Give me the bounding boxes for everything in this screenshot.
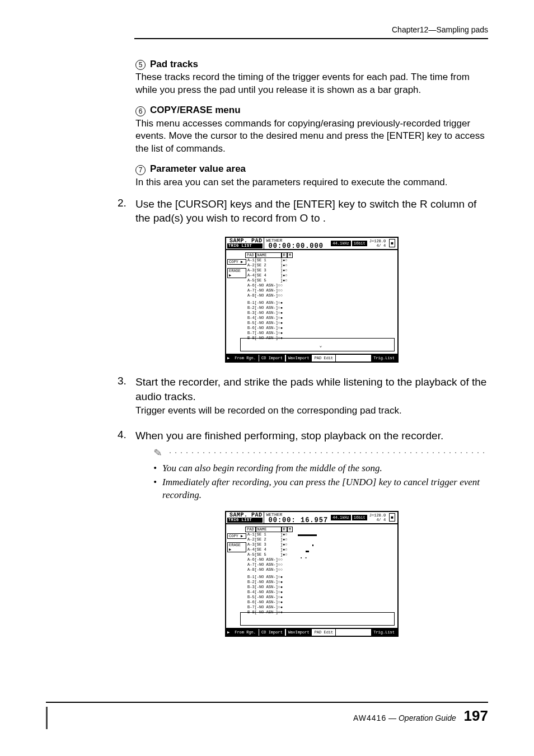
title-copy-erase: COPY/ERASE menu <box>150 105 241 115</box>
col-name-b: NAME <box>256 527 282 532</box>
recorded-trigger-bars: ▪ ▪ <box>298 534 317 560</box>
tab-pad-edit[interactable]: PAD Edit <box>312 355 336 361</box>
parameter-area-b <box>240 612 395 626</box>
pad-row-a6: A-6[-NO ASN-]○○ <box>247 283 396 288</box>
ss-sub-title-b: TRIG LIST <box>227 518 263 523</box>
pad-row-a3-b: A-3[SE 3 ]●○ <box>247 542 396 547</box>
screenshot-trig-list-before: SAMP. PAD TRIG LIST WETHER 00:00:00.000 … <box>225 237 399 363</box>
tab-wav-import[interactable]: WavImport <box>285 355 312 361</box>
pad-row-b6: B-6[-NO ASN-]○● <box>247 326 396 331</box>
body-parameter-value: In this area you can set the parameters … <box>135 176 488 189</box>
col-r-b: R <box>282 527 287 532</box>
step-number-2: 2. <box>118 197 135 226</box>
play-icon-b: ▶ <box>226 629 232 636</box>
step-number-3: 3. <box>118 375 135 417</box>
ss-tempo: J=120.0 <box>369 239 386 243</box>
step-sub-3: Trigger events will be recorded on the c… <box>135 405 488 417</box>
pad-row-b5: B-5[-NO ASN-]○● <box>247 321 396 326</box>
pad-row-b3: B-3[-NO ASN-]○● <box>247 311 396 316</box>
pad-row-b5-b: B-5[-NO ASN-]○● <box>247 595 396 600</box>
col-pad-b: PAD <box>245 527 256 532</box>
guide-label: — Operation Guide <box>386 713 456 722</box>
body-copy-erase: This menu accesses commands for copying/… <box>135 118 488 156</box>
copy-button-b[interactable]: COPY ▶ <box>227 533 246 539</box>
play-icon: ▶ <box>226 355 232 361</box>
pad-row-b4: B-4[-NO ASN-]○● <box>247 316 396 321</box>
col-m: M <box>287 252 293 258</box>
ss-sig: 4/ 4 <box>369 243 386 248</box>
marker-7: 7 <box>135 165 146 175</box>
tab-from-rgn[interactable]: From Rgn. <box>232 355 259 361</box>
pad-row-b2: B-2[-NO ASN-]○● <box>247 306 396 311</box>
pad-row-b1-b: B-1[-NO ASN-]○● <box>247 575 396 580</box>
pad-row-b1: B-1[-NO ASN-]○● <box>247 300 396 306</box>
marker-6: 6 <box>135 106 146 116</box>
tab-pad-edit-b[interactable]: PAD Edit <box>312 629 336 636</box>
tab-wav-import-b[interactable]: WavImport <box>285 629 312 636</box>
footer: AW4416 — Operation Guide 197 <box>353 707 488 725</box>
pad-row-b7: B-7[-NO ASN-]○● <box>247 331 396 336</box>
ss-time-a: 00:00:00.000 <box>269 243 324 249</box>
tab-cd-import[interactable]: CD Import <box>259 355 285 361</box>
step-number-4: 4. <box>118 429 135 443</box>
pad-row-a8-b: A-8[-NO ASN-]○○ <box>247 567 396 572</box>
pad-row-a2: A-2[SE 2 ]●○ <box>247 263 396 268</box>
col-pad: PAD <box>245 252 256 258</box>
ss-time-b: 00:00: 16.957 <box>269 518 329 523</box>
ss-sub-title: TRIG LIST <box>227 243 263 248</box>
step-text-3: Start the recorder, and strike the pads … <box>135 375 488 403</box>
page-number: 197 <box>464 707 488 724</box>
tab-trig-list[interactable]: Trig.List <box>371 355 397 361</box>
pad-row-b2-b: B-2[-NO ASN-]○● <box>247 580 396 585</box>
title-parameter-value: Parameter value area <box>150 163 246 174</box>
pad-row-a8: A-8[-NO ASN-]○○ <box>247 293 396 298</box>
col-name: NAME <box>256 252 282 258</box>
pad-row-b3-b: B-3[-NO ASN-]○● <box>247 585 396 590</box>
col-r: R <box>282 252 287 258</box>
parameter-area <box>240 338 395 351</box>
ss-bitdepth: 16bit <box>352 241 367 246</box>
tab-from-rgn-b[interactable]: From Rgn. <box>232 629 259 636</box>
copy-button[interactable]: COPY ▶ <box>227 259 246 265</box>
step-text-4: When you are finished performing, stop p… <box>135 429 488 443</box>
erase-button[interactable]: ERASE ▶ <box>227 268 246 278</box>
pad-row-a5-b: A-5[SE 5 ]●○ <box>247 552 396 557</box>
pad-row-a1-b: A-1[SE 1 ]●○ <box>247 532 396 537</box>
pad-row-a5: A-5[SE 5 ]●○ <box>247 278 396 283</box>
marker-5: 5 <box>135 60 146 70</box>
pad-row-a1: A-1[SE 1 ]●○ <box>247 258 396 263</box>
pencil-icon: ✎ <box>153 446 162 459</box>
col-m-b: M <box>287 527 293 532</box>
pad-row-a7: A-7[-NO ASN-]○○ <box>247 288 396 293</box>
ss-samplerate: 44.1kHz <box>331 241 350 246</box>
title-pad-tracks: Pad tracks <box>150 59 198 69</box>
divider-dots <box>167 452 488 454</box>
tip-1: You can also begin recording from the mi… <box>153 462 488 475</box>
ss-sig-b: 4/ 4 <box>369 518 386 522</box>
erase-button-b[interactable]: ERASE ▶ <box>227 542 246 552</box>
header-rule <box>134 38 488 39</box>
pad-row-a4-b: A-4[SE 4 ]●○ <box>247 547 396 552</box>
stop-icon: ■ <box>389 239 395 247</box>
tab-cd-import-b[interactable]: CD Import <box>259 629 285 636</box>
stop-icon-b: ■ <box>389 513 395 522</box>
ss-tempo-b: J=120.0 <box>369 513 386 518</box>
pad-row-b6-b: B-6[-NO ASN-]○● <box>247 600 396 605</box>
ss-bitdepth-b: 16bit <box>352 515 367 520</box>
step-text-2: Use the [CURSOR] keys and the [ENTER] ke… <box>135 197 488 226</box>
body-pad-tracks: These tracks record the timing of the tr… <box>135 71 488 97</box>
pad-row-a3: A-3[SE 3 ]●○ <box>247 268 396 273</box>
pad-row-b7-b: B-7[-NO ASN-]○● <box>247 605 396 610</box>
pad-row-a7-b: A-7[-NO ASN-]○○ <box>247 562 396 567</box>
pad-row-b4-b: B-4[-NO ASN-]○● <box>247 590 396 595</box>
ss-samplerate-b: 44.1kHz <box>331 515 350 520</box>
tip-2: Immediately after recording, you can pre… <box>153 476 488 502</box>
footer-vline <box>46 707 48 729</box>
ss-main-title-b: SAMP. PAD <box>227 513 263 518</box>
pad-row-a4: A-4[SE 4 ]●○ <box>247 273 396 278</box>
pad-row-a6-b: A-6[-NO ASN-]○○ <box>247 557 396 562</box>
footer-rule <box>46 702 488 703</box>
tab-trig-list-b[interactable]: Trig.List <box>371 629 397 636</box>
screenshot-trig-list-after: SAMP. PAD TRIG LIST WETHER 00:00: 16.957… <box>225 511 399 637</box>
ss-main-title: SAMP. PAD <box>227 238 263 243</box>
